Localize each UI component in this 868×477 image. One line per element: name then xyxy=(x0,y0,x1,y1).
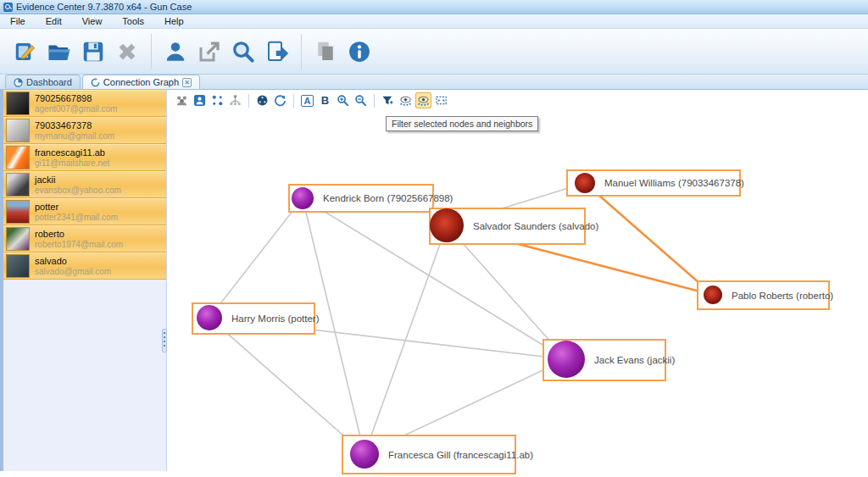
toolbar-tooltip: Filter selected nodes and neighbors xyxy=(386,116,538,131)
contact-row[interactable]: potter potter2341@mail.com xyxy=(3,198,166,225)
graph-edge-kendrick-harry xyxy=(209,198,303,318)
toolbar-separator xyxy=(301,34,302,69)
menu-view[interactable]: View xyxy=(72,15,113,27)
graph-node-jack[interactable] xyxy=(548,341,585,378)
contact-card-button[interactable] xyxy=(192,92,208,108)
contact-avatar xyxy=(6,119,30,142)
search-button[interactable] xyxy=(226,35,260,69)
filter-selected-nodes-icon xyxy=(417,94,430,107)
contact-name: salvado xyxy=(35,256,111,267)
zoom-out-button[interactable] xyxy=(353,92,369,108)
graph-node-harry[interactable] xyxy=(197,305,222,330)
close-case-button[interactable] xyxy=(110,35,144,69)
contact-avatar xyxy=(6,92,30,115)
refresh-arrows-icon xyxy=(274,94,287,107)
export-document-icon xyxy=(264,39,290,64)
filter-nodes-icon xyxy=(399,94,412,107)
contact-email: roberto1974@mail.com xyxy=(35,240,123,250)
edit-document-icon xyxy=(13,39,38,64)
graph-node-salvador[interactable] xyxy=(430,208,464,242)
scatter-layout-icon xyxy=(211,94,224,107)
zoom-in-button[interactable] xyxy=(335,92,351,108)
menu-bar: File Edit View Tools Help xyxy=(0,14,868,29)
filter-button[interactable] xyxy=(380,92,396,108)
export-report-button[interactable] xyxy=(260,35,294,69)
tab-connection-graph[interactable]: Connection Graph ✕ xyxy=(82,75,200,89)
graph-toolbar: A B xyxy=(167,90,868,110)
filter-nodes-button[interactable] xyxy=(398,92,414,108)
open-external-button[interactable] xyxy=(192,35,226,69)
rearrange-layout-button[interactable] xyxy=(272,92,288,108)
contact-email: agent007@gmail.com xyxy=(35,104,117,114)
connection-graph-icon xyxy=(91,78,100,87)
graph-node-kendrick[interactable] xyxy=(292,187,314,209)
contact-row[interactable]: roberto roberto1974@mail.com xyxy=(3,225,166,252)
contact-row[interactable]: francescagi11.ab gi11@mailshare.net xyxy=(3,144,166,171)
bold-b-icon: B xyxy=(321,94,329,107)
graph-toolbar-separator xyxy=(374,94,375,108)
connection-graph-panel: A B xyxy=(167,90,868,477)
person-icon xyxy=(163,39,188,64)
new-report-button[interactable] xyxy=(8,35,42,69)
contact-name: francescagi11.ab xyxy=(35,147,109,158)
menu-tools[interactable]: Tools xyxy=(112,15,154,27)
pie-chart-icon xyxy=(14,78,23,87)
circular-layout-icon xyxy=(256,94,269,107)
contacts-sidebar: 79025667898 agent007@gmail.com 790334673… xyxy=(0,90,167,471)
copy-button[interactable] xyxy=(309,35,342,69)
filter-selected-nodes-button[interactable] xyxy=(415,92,431,108)
tab-close-icon[interactable]: ✕ xyxy=(182,78,192,87)
hierarchical-layout-button[interactable] xyxy=(227,92,243,108)
marquee-selection-icon xyxy=(435,94,448,107)
contact-email: potter2341@mail.com xyxy=(35,213,118,223)
contact-name: potter xyxy=(35,202,118,213)
circular-layout-button[interactable] xyxy=(254,92,270,108)
zoom-in-icon xyxy=(337,94,349,107)
graph-node-label: Salvador Saunders (salvado) xyxy=(473,221,598,231)
contact-avatar xyxy=(6,146,30,169)
bold-labels-button[interactable]: B xyxy=(317,92,333,108)
graph-node-label: Jack Evans (jackii) xyxy=(594,355,675,365)
tab-dashboard-label: Dashboard xyxy=(26,77,72,87)
contact-row[interactable]: 79025667898 agent007@gmail.com xyxy=(3,90,166,117)
graph-toolbar-separator xyxy=(248,94,249,108)
filter-funnel-icon xyxy=(381,94,394,107)
contact-name: jackii xyxy=(35,175,121,186)
graph-node-francesca[interactable] xyxy=(350,440,379,469)
zoom-out-icon xyxy=(354,94,367,107)
graph-node-pablo[interactable] xyxy=(704,286,722,304)
contact-email: evansbox@yahoo.com xyxy=(35,186,121,196)
save-case-button[interactable] xyxy=(76,35,110,69)
contact-row[interactable]: 79033467378 mymanu@gmail.com xyxy=(3,117,166,144)
contact-row[interactable]: salvado salvado@gmail.com xyxy=(3,252,166,280)
graph-canvas[interactable]: Kendrick Born (79025667898)Manuel Willia… xyxy=(167,108,868,477)
people-groups-button[interactable] xyxy=(174,92,190,108)
graph-node-label: Pablo Roberts (roberto) xyxy=(732,291,833,301)
free-layout-button[interactable] xyxy=(209,92,225,108)
main-toolbar xyxy=(0,29,868,75)
tree-layout-icon xyxy=(229,94,242,107)
contact-avatar xyxy=(6,254,30,278)
app-window: Evidence Center 9.7.3870 x64 - Gun Case … xyxy=(0,0,868,477)
contact-row[interactable]: jackii evansbox@yahoo.com xyxy=(3,171,166,198)
open-case-button[interactable] xyxy=(42,35,76,69)
contact-name: 79033467378 xyxy=(35,120,114,131)
graph-edge-harry-francesca xyxy=(209,318,364,454)
title-bar[interactable]: Evidence Center 9.7.3870 x64 - Gun Case xyxy=(0,0,868,14)
search-icon xyxy=(231,39,256,64)
show-labels-button[interactable]: A xyxy=(299,92,315,108)
contacts-button[interactable] xyxy=(159,35,192,69)
menu-help[interactable]: Help xyxy=(154,15,194,27)
graph-node-label: Manuel Williams (79033467378) xyxy=(604,178,744,188)
tab-connection-graph-label: Connection Graph xyxy=(103,77,179,87)
selection-mode-button[interactable] xyxy=(433,92,449,108)
contact-name: 79025667898 xyxy=(35,93,117,104)
graph-node-label: Francesca Gill (francescagi11.ab) xyxy=(388,450,533,460)
menu-edit[interactable]: Edit xyxy=(36,15,72,27)
about-button[interactable] xyxy=(342,35,376,69)
menu-file[interactable]: File xyxy=(0,15,36,27)
graph-node-manuel[interactable] xyxy=(575,173,595,193)
graph-node-label: Kendrick Born (79025667898) xyxy=(323,193,453,203)
window-title: Evidence Center 9.7.3870 x64 - Gun Case xyxy=(16,2,192,12)
tab-dashboard[interactable]: Dashboard xyxy=(5,75,81,89)
